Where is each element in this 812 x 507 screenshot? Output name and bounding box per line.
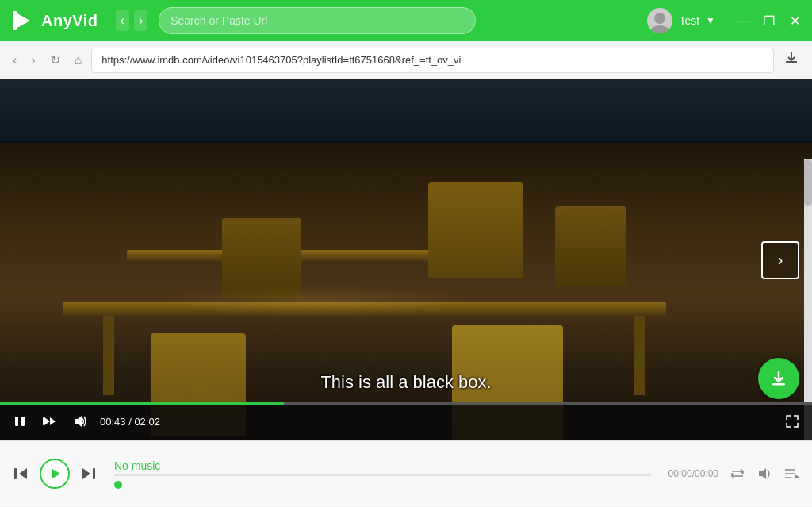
- home-button[interactable]: ⌂: [70, 50, 87, 71]
- url-text: https://www.imdb.com/video/vi1015463705?…: [102, 54, 461, 66]
- next-button[interactable]: ›: [761, 241, 799, 279]
- maximize-button[interactable]: ❐: [761, 13, 777, 29]
- video-subtitle: This is all a black box.: [320, 372, 491, 393]
- svg-rect-6: [15, 417, 18, 426]
- chair-2: [428, 182, 523, 278]
- fullscreen-button[interactable]: [782, 411, 802, 432]
- refresh-button[interactable]: ↻: [45, 49, 65, 71]
- download-icon[interactable]: [779, 47, 804, 73]
- logo-area: AnyVid: [10, 8, 98, 33]
- music-time: 00:00/00:00: [668, 468, 718, 479]
- music-bar: No music 00:00/00:00: [0, 440, 812, 506]
- titlebar-back-button[interactable]: ‹: [116, 10, 129, 31]
- user-name: Test: [679, 14, 699, 27]
- browser-bar: ‹ › ↻ ⌂ https://www.imdb.com/video/vi101…: [0, 41, 812, 79]
- titlebar-forward-button[interactable]: ›: [134, 10, 147, 31]
- scene-window: [0, 79, 812, 143]
- minimize-button[interactable]: —: [736, 13, 752, 29]
- progress-fill: [0, 402, 284, 405]
- svg-marker-11: [52, 469, 60, 478]
- svg-point-3: [650, 25, 669, 33]
- nav-arrows: ‹ ›: [116, 10, 148, 31]
- video-container: This is all a black box. ›: [0, 79, 812, 440]
- close-button[interactable]: ✕: [787, 13, 802, 29]
- window-controls: — ❐ ✕: [736, 13, 802, 29]
- svg-rect-10: [14, 468, 17, 479]
- svg-marker-0: [16, 13, 30, 29]
- music-controls: No music 00:00/00:00: [0, 441, 812, 506]
- svg-rect-5: [772, 383, 785, 386]
- search-input[interactable]: [170, 14, 464, 27]
- app-title: AnyVid: [41, 12, 98, 30]
- svg-rect-7: [21, 417, 25, 426]
- video-controls: 00:43 / 02:02: [0, 402, 812, 440]
- music-progress-dot: [114, 481, 122, 489]
- music-volume-button[interactable]: [756, 467, 772, 481]
- svg-marker-9: [19, 468, 27, 479]
- title-bar: AnyVid ‹ › Test ▼ — ❐ ✕: [0, 0, 812, 41]
- user-avatar: [647, 8, 672, 33]
- repeat-button[interactable]: [730, 467, 745, 481]
- next-icon: ›: [778, 251, 783, 269]
- svg-marker-17: [795, 474, 799, 479]
- pause-button[interactable]: [10, 411, 30, 432]
- video-progress-bar[interactable]: [0, 402, 812, 405]
- no-music-label: No music: [114, 459, 651, 472]
- skip-back-button[interactable]: [13, 467, 29, 481]
- music-info: No music: [108, 459, 657, 489]
- url-bar[interactable]: https://www.imdb.com/video/vi1015463705?…: [91, 48, 774, 73]
- svg-rect-1: [13, 11, 17, 30]
- svg-rect-13: [93, 468, 95, 479]
- forward-button[interactable]: ›: [26, 50, 40, 71]
- volume-button[interactable]: [70, 412, 92, 431]
- logo-icon: [10, 8, 35, 33]
- svg-rect-8: [43, 417, 44, 425]
- chair-3: [555, 206, 626, 286]
- svg-point-2: [654, 13, 665, 24]
- download-fab-button[interactable]: [758, 358, 799, 399]
- svg-marker-12: [82, 468, 90, 479]
- search-bar[interactable]: [159, 7, 476, 34]
- play-music-button[interactable]: [40, 459, 70, 489]
- dropdown-arrow-icon[interactable]: ▼: [706, 15, 715, 26]
- user-area: Test ▼: [647, 8, 715, 33]
- playlist-button[interactable]: [783, 467, 799, 481]
- scrollbar-thumb[interactable]: [804, 159, 812, 206]
- skip-forward-button[interactable]: [81, 467, 97, 481]
- back-button[interactable]: ‹: [8, 50, 21, 71]
- music-progress-bar[interactable]: [114, 474, 651, 476]
- svg-rect-4: [786, 61, 797, 63]
- rewind-button[interactable]: [38, 411, 62, 432]
- scrollbar[interactable]: [804, 159, 812, 440]
- video-time: 00:43 / 02:02: [100, 416, 160, 428]
